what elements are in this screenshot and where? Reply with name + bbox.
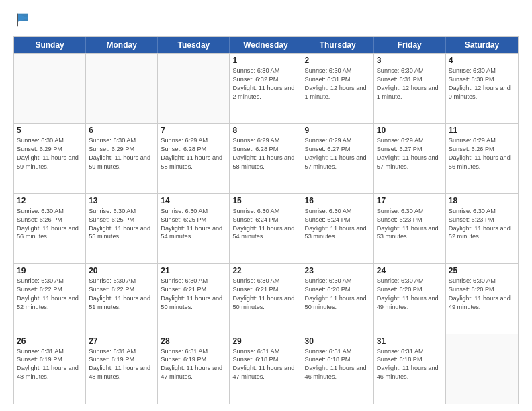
cell-info: Sunrise: 6:31 AMSunset: 6:19 PMDaylight:…: [17, 347, 83, 382]
logo-icon: [13, 11, 32, 30]
calendar-cell: 4Sunrise: 6:30 AMSunset: 6:30 PMDaylight…: [446, 54, 518, 123]
day-number: 11: [449, 126, 515, 135]
cell-info: Sunrise: 6:30 AMSunset: 6:21 PMDaylight:…: [161, 277, 226, 312]
cell-info: Sunrise: 6:31 AMSunset: 6:19 PMDaylight:…: [89, 347, 154, 382]
cell-info: Sunrise: 6:30 AMSunset: 6:25 PMDaylight:…: [89, 207, 154, 242]
calendar-cell: 6Sunrise: 6:30 AMSunset: 6:29 PMDaylight…: [86, 124, 158, 193]
weekday-header: Monday: [86, 37, 158, 53]
calendar-cell: 16Sunrise: 6:30 AMSunset: 6:24 PMDayligh…: [302, 194, 374, 263]
calendar: SundayMondayTuesdayWednesdayThursdayFrid…: [13, 36, 519, 404]
calendar-cell: 28Sunrise: 6:31 AMSunset: 6:19 PMDayligh…: [158, 334, 230, 404]
weekday-header: Wednesday: [230, 37, 302, 53]
calendar-cell: 12Sunrise: 6:30 AMSunset: 6:26 PMDayligh…: [14, 194, 86, 263]
calendar-row: 5Sunrise: 6:30 AMSunset: 6:29 PMDaylight…: [14, 123, 518, 193]
calendar-cell: 7Sunrise: 6:29 AMSunset: 6:28 PMDaylight…: [158, 124, 230, 193]
cell-info: Sunrise: 6:31 AMSunset: 6:19 PMDaylight:…: [161, 347, 226, 382]
day-number: 14: [161, 196, 226, 205]
cell-info: Sunrise: 6:30 AMSunset: 6:25 PMDaylight:…: [161, 207, 226, 242]
calendar-cell: [446, 334, 518, 404]
weekday-header: Tuesday: [158, 37, 230, 53]
day-number: 25: [449, 266, 515, 275]
cell-info: Sunrise: 6:30 AMSunset: 6:26 PMDaylight:…: [17, 207, 83, 242]
cell-info: Sunrise: 6:29 AMSunset: 6:27 PMDaylight:…: [305, 136, 371, 171]
cell-info: Sunrise: 6:30 AMSunset: 6:29 PMDaylight:…: [89, 136, 154, 171]
calendar-row: 12Sunrise: 6:30 AMSunset: 6:26 PMDayligh…: [14, 193, 518, 263]
day-number: 29: [232, 336, 298, 346]
day-number: 17: [377, 196, 443, 205]
day-number: 30: [305, 336, 371, 346]
day-number: 22: [232, 266, 298, 275]
cell-info: Sunrise: 6:30 AMSunset: 6:23 PMDaylight:…: [449, 207, 515, 242]
day-number: 5: [17, 126, 83, 135]
cell-info: Sunrise: 6:29 AMSunset: 6:28 PMDaylight:…: [161, 136, 226, 171]
day-number: 4: [449, 56, 515, 65]
calendar-row: 19Sunrise: 6:30 AMSunset: 6:22 PMDayligh…: [14, 263, 518, 333]
calendar-cell: 19Sunrise: 6:30 AMSunset: 6:22 PMDayligh…: [14, 264, 86, 333]
cell-info: Sunrise: 6:30 AMSunset: 6:29 PMDaylight:…: [17, 136, 83, 171]
day-number: 24: [377, 266, 443, 275]
calendar-cell: 26Sunrise: 6:31 AMSunset: 6:19 PMDayligh…: [14, 334, 86, 404]
calendar-cell: 24Sunrise: 6:30 AMSunset: 6:20 PMDayligh…: [374, 264, 446, 333]
day-number: 20: [89, 266, 154, 275]
day-number: 3: [377, 56, 443, 65]
day-number: 8: [232, 126, 298, 135]
day-number: 7: [161, 126, 226, 135]
cell-info: Sunrise: 6:30 AMSunset: 6:30 PMDaylight:…: [449, 66, 515, 101]
cell-info: Sunrise: 6:30 AMSunset: 6:22 PMDaylight:…: [89, 277, 154, 312]
day-number: 12: [17, 196, 83, 205]
day-number: 19: [17, 266, 83, 275]
calendar-cell: 2Sunrise: 6:30 AMSunset: 6:31 PMDaylight…: [302, 54, 374, 123]
calendar-cell: 25Sunrise: 6:30 AMSunset: 6:20 PMDayligh…: [446, 264, 518, 333]
cell-info: Sunrise: 6:31 AMSunset: 6:18 PMDaylight:…: [377, 347, 443, 382]
cell-info: Sunrise: 6:31 AMSunset: 6:18 PMDaylight:…: [305, 347, 371, 382]
cell-info: Sunrise: 6:31 AMSunset: 6:18 PMDaylight:…: [232, 347, 298, 382]
calendar-cell: 18Sunrise: 6:30 AMSunset: 6:23 PMDayligh…: [446, 194, 518, 263]
weekday-header: Friday: [374, 37, 446, 53]
day-number: 27: [89, 336, 154, 346]
cell-info: Sunrise: 6:30 AMSunset: 6:24 PMDaylight:…: [305, 207, 371, 242]
day-number: 28: [161, 336, 226, 346]
cell-info: Sunrise: 6:30 AMSunset: 6:20 PMDaylight:…: [449, 277, 515, 312]
calendar-body: 1Sunrise: 6:30 AMSunset: 6:32 PMDaylight…: [14, 53, 518, 404]
calendar-cell: 31Sunrise: 6:31 AMSunset: 6:18 PMDayligh…: [374, 334, 446, 404]
calendar-cell: 5Sunrise: 6:30 AMSunset: 6:29 PMDaylight…: [14, 124, 86, 193]
calendar-cell: 17Sunrise: 6:30 AMSunset: 6:23 PMDayligh…: [374, 194, 446, 263]
weekday-header: Sunday: [14, 37, 86, 53]
cell-info: Sunrise: 6:30 AMSunset: 6:31 PMDaylight:…: [377, 66, 443, 101]
calendar-cell: 1Sunrise: 6:30 AMSunset: 6:32 PMDaylight…: [230, 54, 302, 123]
cell-info: Sunrise: 6:30 AMSunset: 6:32 PMDaylight:…: [232, 66, 298, 101]
logo: [13, 11, 35, 30]
weekday-header: Thursday: [302, 37, 374, 53]
day-number: 26: [17, 336, 83, 346]
day-number: 15: [232, 196, 298, 205]
calendar-cell: [158, 54, 230, 123]
calendar-cell: 13Sunrise: 6:30 AMSunset: 6:25 PMDayligh…: [86, 194, 158, 263]
calendar-cell: 30Sunrise: 6:31 AMSunset: 6:18 PMDayligh…: [302, 334, 374, 404]
cell-info: Sunrise: 6:30 AMSunset: 6:23 PMDaylight:…: [377, 207, 443, 242]
calendar-cell: 23Sunrise: 6:30 AMSunset: 6:20 PMDayligh…: [302, 264, 374, 333]
cell-info: Sunrise: 6:29 AMSunset: 6:27 PMDaylight:…: [377, 136, 443, 171]
calendar-cell: 3Sunrise: 6:30 AMSunset: 6:31 PMDaylight…: [374, 54, 446, 123]
cell-info: Sunrise: 6:30 AMSunset: 6:21 PMDaylight:…: [232, 277, 298, 312]
day-number: 9: [305, 126, 371, 135]
cell-info: Sunrise: 6:29 AMSunset: 6:28 PMDaylight:…: [232, 136, 298, 171]
cell-info: Sunrise: 6:30 AMSunset: 6:22 PMDaylight:…: [17, 277, 83, 312]
day-number: 16: [305, 196, 371, 205]
day-number: 2: [305, 56, 371, 65]
calendar-cell: 22Sunrise: 6:30 AMSunset: 6:21 PMDayligh…: [230, 264, 302, 333]
calendar-cell: 29Sunrise: 6:31 AMSunset: 6:18 PMDayligh…: [230, 334, 302, 404]
cell-info: Sunrise: 6:30 AMSunset: 6:24 PMDaylight:…: [232, 207, 298, 242]
calendar-cell: 8Sunrise: 6:29 AMSunset: 6:28 PMDaylight…: [230, 124, 302, 193]
day-number: 10: [377, 126, 443, 135]
day-number: 13: [89, 196, 154, 205]
calendar-cell: 9Sunrise: 6:29 AMSunset: 6:27 PMDaylight…: [302, 124, 374, 193]
page: SundayMondayTuesdayWednesdayThursdayFrid…: [0, 0, 532, 411]
calendar-cell: 21Sunrise: 6:30 AMSunset: 6:21 PMDayligh…: [158, 264, 230, 333]
header: [13, 11, 519, 30]
cell-info: Sunrise: 6:30 AMSunset: 6:20 PMDaylight:…: [305, 277, 371, 312]
calendar-cell: 15Sunrise: 6:30 AMSunset: 6:24 PMDayligh…: [230, 194, 302, 263]
calendar-row: 26Sunrise: 6:31 AMSunset: 6:19 PMDayligh…: [14, 334, 518, 404]
calendar-header: SundayMondayTuesdayWednesdayThursdayFrid…: [14, 37, 518, 53]
day-number: 31: [377, 336, 443, 346]
cell-info: Sunrise: 6:30 AMSunset: 6:31 PMDaylight:…: [305, 66, 371, 101]
